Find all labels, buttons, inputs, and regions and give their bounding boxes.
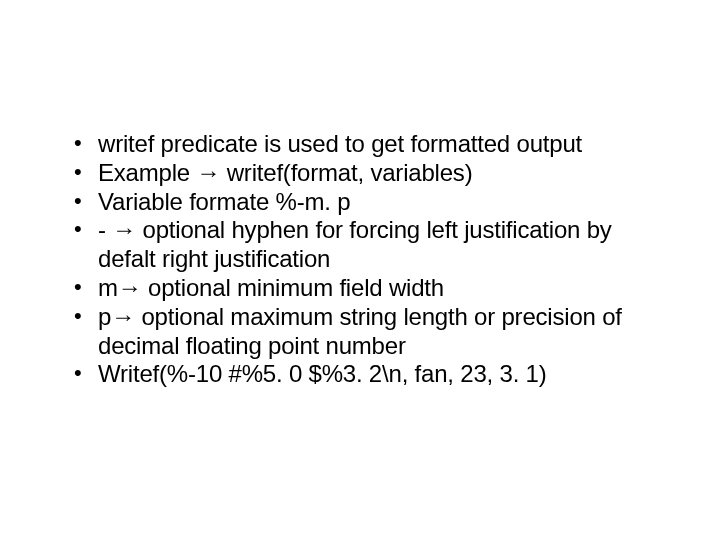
list-item: - → optional hyphen for forcing left jus… (80, 216, 670, 274)
list-item: Variable formate %-m. p (80, 188, 670, 217)
bullet-list: writef predicate is used to get formatte… (50, 130, 670, 389)
list-item: Example → writef(format, variables) (80, 159, 670, 188)
slide: writef predicate is used to get formatte… (0, 0, 720, 540)
list-item: Writef(%-10 #%5. 0 $%3. 2\n, fan, 23, 3.… (80, 360, 670, 389)
list-item: writef predicate is used to get formatte… (80, 130, 670, 159)
list-item: p→ optional maximum string length or pre… (80, 303, 670, 361)
list-item: m→ optional minimum field width (80, 274, 670, 303)
